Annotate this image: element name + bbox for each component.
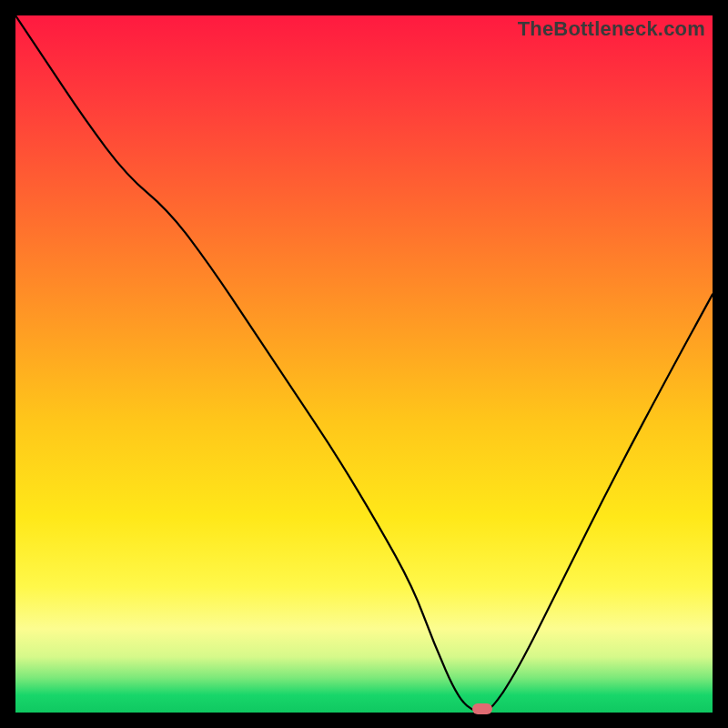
optimal-marker (472, 703, 492, 714)
plot-area: TheBottleneck.com (15, 15, 713, 713)
bottleneck-curve (15, 15, 713, 713)
chart-frame: TheBottleneck.com (0, 0, 728, 728)
